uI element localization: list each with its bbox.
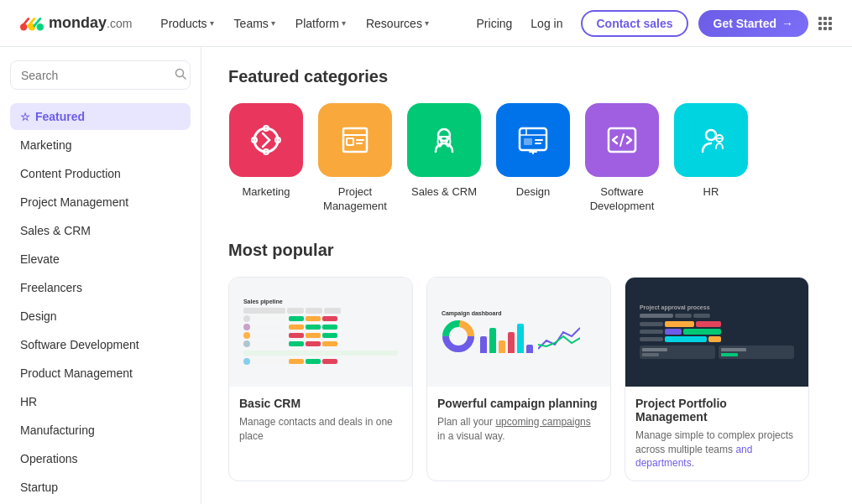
popular-card-portfolio[interactable]: Project approval process	[625, 277, 809, 481]
contact-sales-button[interactable]: Contact sales	[581, 10, 687, 37]
sidebar-item-marketing[interactable]: Marketing	[10, 132, 191, 158]
chevron-down-icon: ▾	[271, 18, 275, 28]
star-icon: ☆	[20, 111, 30, 123]
search-input[interactable]	[21, 69, 168, 82]
card-link-portfolio[interactable]: and departments.	[635, 444, 752, 470]
featured-categories-title: Featured categories	[228, 67, 825, 86]
svg-point-2	[37, 23, 44, 30]
category-card-marketing[interactable]: Marketing	[228, 103, 304, 214]
category-icon-hr	[674, 103, 748, 177]
main-content: Featured categories Marketing	[201, 47, 852, 504]
popular-card-campaign[interactable]: Campaign dashboard	[426, 277, 611, 481]
apps-grid-icon[interactable]	[818, 17, 832, 30]
get-started-button[interactable]: Get Started →	[698, 10, 808, 37]
categories-grid: Marketing ProjectManagement	[228, 103, 825, 214]
nav-resources[interactable]: Resources ▾	[358, 12, 437, 35]
logo-text: monday.com	[49, 14, 132, 32]
chevron-down-icon: ▾	[425, 18, 429, 28]
card-preview-campaign: Campaign dashboard	[427, 278, 610, 387]
main-nav: Products ▾ Teams ▾ Platform ▾ Resources …	[152, 12, 437, 35]
sidebar-item-project-management[interactable]: Project Management	[10, 189, 191, 216]
most-popular-title: Most popular	[228, 241, 825, 260]
category-label-sales-crm: Sales & CRM	[411, 185, 477, 200]
card-title-portfolio: Project Portfolio Management	[635, 397, 798, 423]
category-icon-software-development	[585, 103, 659, 177]
category-label-marketing: Marketing	[242, 185, 290, 200]
chevron-down-icon: ▾	[342, 18, 346, 28]
sidebar-item-hr[interactable]: HR	[10, 388, 191, 415]
svg-rect-17	[520, 128, 546, 150]
chevron-down-icon: ▾	[210, 18, 214, 28]
sidebar-item-content-production[interactable]: Content Production	[10, 160, 191, 187]
category-card-design[interactable]: Design	[495, 103, 571, 214]
popular-grid: Sales pipeline	[228, 277, 825, 481]
card-title-campaign: Powerful campaign planning	[437, 397, 600, 410]
card-desc-portfolio: Manage simple to complex projects across…	[635, 429, 798, 470]
category-label-hr: HR	[703, 185, 719, 200]
nav-platform[interactable]: Platform ▾	[287, 12, 354, 35]
sidebar-item-software-development[interactable]: Software Development	[10, 331, 191, 358]
card-title-basic-crm: Basic CRM	[239, 397, 402, 410]
sidebar-item-startup[interactable]: Startup	[10, 474, 191, 501]
svg-rect-12	[347, 138, 353, 145]
login-button[interactable]: Log in	[522, 12, 571, 35]
svg-line-26	[620, 134, 624, 146]
sidebar-item-operations[interactable]: Operations	[10, 445, 191, 472]
sidebar: ☆ Featured Marketing Content Production …	[0, 47, 201, 504]
category-icon-marketing	[229, 103, 303, 177]
category-card-software-development[interactable]: SoftwareDevelopment	[584, 103, 660, 214]
card-body-campaign: Powerful campaign planning Plan all your…	[427, 387, 610, 454]
card-body-basic-crm: Basic CRM Manage contacts and deals in o…	[229, 387, 412, 454]
main-layout: ☆ Featured Marketing Content Production …	[0, 47, 852, 504]
card-preview-portfolio: Project approval process	[625, 278, 808, 387]
sidebar-item-featured[interactable]: ☆ Featured	[10, 103, 191, 130]
category-icon-sales-crm	[407, 103, 481, 177]
header: monday.com Products ▾ Teams ▾ Platform ▾…	[0, 0, 852, 47]
nav-teams[interactable]: Teams ▾	[226, 12, 284, 35]
svg-point-27	[706, 130, 716, 140]
sidebar-item-product-management[interactable]: Product Management	[10, 360, 191, 387]
header-left: monday.com Products ▾ Teams ▾ Platform ▾…	[20, 12, 437, 35]
category-label-design: Design	[516, 185, 550, 200]
svg-point-15	[438, 129, 450, 141]
category-card-sales-crm[interactable]: Sales & CRM	[406, 103, 482, 214]
sidebar-item-design[interactable]: Design	[10, 303, 191, 330]
svg-point-5	[254, 128, 278, 152]
card-desc-campaign: Plan all your upcoming campaigns in a vi…	[437, 415, 600, 444]
arrow-right-icon: →	[781, 17, 793, 30]
category-card-project-management[interactable]: ProjectManagement	[317, 103, 393, 214]
header-right: Pricing Log in Contact sales Get Started…	[477, 10, 832, 37]
card-body-portfolio: Project Portfolio Management Manage simp…	[625, 387, 808, 481]
search-icon	[175, 68, 186, 82]
sidebar-item-sales-crm[interactable]: Sales & CRM	[10, 217, 191, 244]
category-label-software-development: SoftwareDevelopment	[590, 185, 655, 214]
svg-rect-20	[524, 138, 532, 145]
search-box[interactable]	[10, 60, 191, 90]
logo[interactable]: monday.com	[20, 14, 132, 32]
card-preview-basic-crm: Sales pipeline	[229, 278, 412, 387]
category-label-project-management: ProjectManagement	[323, 185, 387, 214]
sidebar-item-elevate[interactable]: Elevate	[10, 246, 191, 273]
popular-card-basic-crm[interactable]: Sales pipeline	[228, 277, 413, 481]
category-card-hr[interactable]: HR	[673, 103, 749, 214]
sidebar-item-manufacturing[interactable]: Manufacturing	[10, 417, 191, 444]
sidebar-item-freelancers[interactable]: Freelancers	[10, 274, 191, 301]
logo-icon	[20, 15, 44, 32]
nav-products[interactable]: Products ▾	[152, 12, 222, 35]
card-desc-basic-crm: Manage contacts and deals in one place	[239, 415, 402, 444]
pricing-link[interactable]: Pricing	[477, 17, 513, 30]
category-icon-design	[496, 103, 570, 177]
category-icon-project-management	[318, 103, 392, 177]
svg-line-4	[183, 76, 186, 80]
